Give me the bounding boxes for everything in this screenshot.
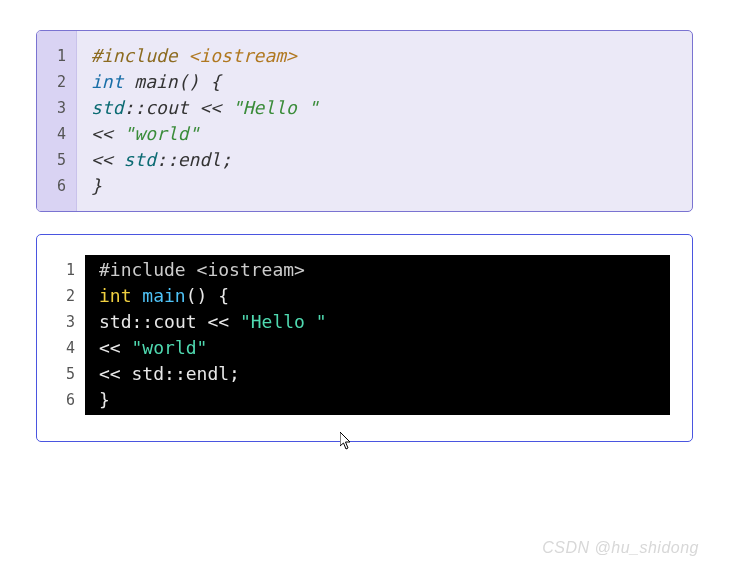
code-line: int main() { <box>99 283 656 309</box>
token <box>178 45 189 66</box>
code-block-light: 123456#include <iostream>int main() {std… <box>36 30 693 212</box>
token: :: <box>164 363 186 384</box>
token <box>113 123 124 144</box>
code-line: << std::endl; <box>99 361 656 387</box>
watermark-text: CSDN @hu_shidong <box>542 539 699 557</box>
line-number: 2 <box>37 69 66 95</box>
line-number-gutter: 123456 <box>37 31 77 211</box>
line-number: 3 <box>49 309 75 335</box>
code-line: std::cout << "Hello " <box>99 309 656 335</box>
token: () { <box>178 71 221 92</box>
token: "Hello " <box>232 97 319 118</box>
token <box>121 337 132 358</box>
line-number: 3 <box>37 95 66 121</box>
line-number: 4 <box>49 335 75 361</box>
code-block-dark: 123456#include <iostream>int main() {std… <box>36 234 693 442</box>
token: main <box>142 285 185 306</box>
line-number: 2 <box>49 283 75 309</box>
token: << <box>91 123 113 144</box>
line-number: 4 <box>37 121 66 147</box>
token: std <box>91 97 124 118</box>
token: std <box>99 311 132 332</box>
token <box>113 149 124 170</box>
code-content: #include <iostream>int main() {std::cout… <box>85 255 670 415</box>
token: endl <box>178 149 221 170</box>
token: << <box>99 337 121 358</box>
token <box>221 97 232 118</box>
code-line: << "world" <box>99 335 656 361</box>
token: () { <box>186 285 229 306</box>
line-number: 5 <box>37 147 66 173</box>
token: << <box>207 311 229 332</box>
line-number: 1 <box>49 257 75 283</box>
code-line: } <box>91 173 678 199</box>
line-number: 6 <box>37 173 66 199</box>
line-number: 5 <box>49 361 75 387</box>
token: #include <box>91 45 178 66</box>
token: std <box>132 363 165 384</box>
token: :: <box>156 149 178 170</box>
token: } <box>99 389 110 410</box>
token: cout <box>153 311 196 332</box>
line-number: 6 <box>49 387 75 413</box>
code-line: int main() { <box>91 69 678 95</box>
token: "Hello " <box>240 311 327 332</box>
code-line: } <box>99 387 656 413</box>
token: ; <box>229 363 240 384</box>
token: endl <box>186 363 229 384</box>
token: << <box>91 149 113 170</box>
line-number-gutter: 123456 <box>49 255 85 415</box>
token: <iostream> <box>197 259 305 280</box>
token: <iostream> <box>189 45 297 66</box>
token <box>132 285 143 306</box>
token: :: <box>124 97 146 118</box>
code-line: std::cout << "Hello " <box>91 95 678 121</box>
code-line: #include <iostream> <box>91 43 678 69</box>
token: std <box>124 149 157 170</box>
token: #include <box>99 259 186 280</box>
token <box>229 311 240 332</box>
token: :: <box>132 311 154 332</box>
line-number: 1 <box>37 43 66 69</box>
token <box>189 97 200 118</box>
token: main <box>134 71 177 92</box>
token: << <box>99 363 121 384</box>
token: ; <box>221 149 232 170</box>
token <box>124 71 135 92</box>
token: int <box>99 285 132 306</box>
token <box>197 311 208 332</box>
token: int <box>91 71 124 92</box>
token: } <box>91 175 102 196</box>
code-line: << "world" <box>91 121 678 147</box>
token: "world" <box>124 123 200 144</box>
token: "world" <box>132 337 208 358</box>
token: cout <box>145 97 188 118</box>
code-content: #include <iostream>int main() {std::cout… <box>77 31 692 211</box>
token <box>121 363 132 384</box>
code-line: << std::endl; <box>91 147 678 173</box>
code-line: #include <iostream> <box>99 257 656 283</box>
token: << <box>199 97 221 118</box>
token <box>186 259 197 280</box>
